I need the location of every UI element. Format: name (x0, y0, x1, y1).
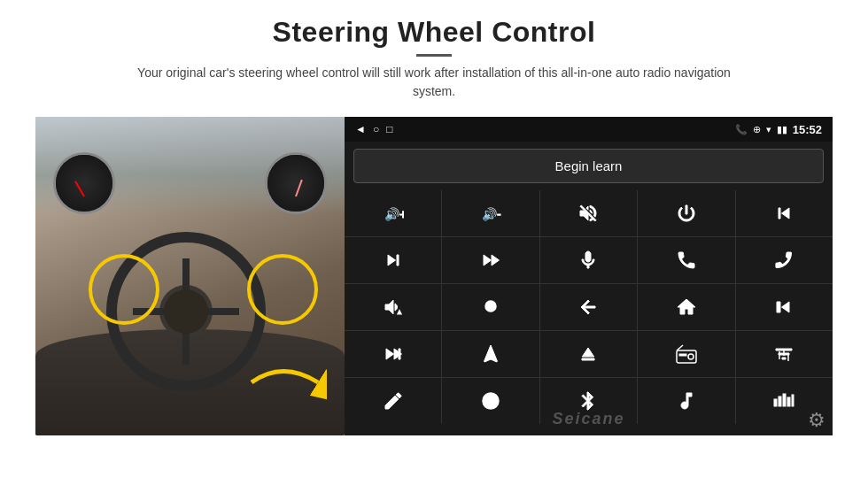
svg-point-7 (688, 354, 694, 359)
home-nav-icon[interactable]: ○ (373, 123, 379, 135)
skip-back-button[interactable] (736, 284, 833, 330)
svg-line-8 (677, 345, 683, 350)
fast-forward-button[interactable] (442, 237, 539, 283)
back-button[interactable] (540, 284, 637, 330)
yellow-circle-right (247, 254, 318, 325)
statusbar-left: ◄ ○ □ (355, 123, 392, 135)
fast-fwd-button[interactable] (345, 331, 441, 377)
steering-ctrl-button[interactable] (442, 378, 539, 424)
vol-down-button[interactable]: 🔊- (442, 190, 539, 236)
yellow-arrow (247, 356, 327, 409)
android-statusbar: ◄ ○ □ 📞 ⊕ ▾ ▮▮ 15:52 (345, 117, 833, 142)
settings-360-button[interactable]: 360° (442, 284, 539, 330)
title-section: Steering Wheel Control Your original car… (124, 16, 744, 112)
recents-nav-icon[interactable]: □ (386, 123, 392, 135)
svg-rect-19 (783, 394, 786, 406)
call-button[interactable] (638, 237, 734, 283)
home-button[interactable] (638, 284, 734, 330)
speaker-button[interactable]: ▲ (345, 284, 441, 330)
settings-gear-icon[interactable]: ⚙ (808, 409, 825, 432)
page-subtitle: Your original car's steering wheel contr… (124, 64, 744, 101)
back-nav-icon[interactable]: ◄ (355, 123, 366, 135)
location-icon: ⊕ (753, 124, 761, 135)
page-title: Steering Wheel Control (124, 16, 744, 49)
begin-learn-button[interactable]: Begin learn (353, 149, 824, 183)
phone-icon: 📞 (735, 124, 748, 135)
mute-button[interactable] (540, 190, 637, 236)
gauge-right (265, 152, 327, 214)
end-call-button[interactable] (736, 237, 833, 283)
nav-button[interactable] (442, 331, 539, 377)
prev-track-button[interactable] (736, 190, 833, 236)
svg-point-14 (488, 398, 493, 404)
svg-rect-17 (774, 399, 777, 406)
svg-text:▲: ▲ (396, 308, 403, 316)
svg-text:🔊+: 🔊+ (384, 207, 404, 222)
power-button[interactable] (638, 190, 734, 236)
svg-rect-21 (792, 395, 794, 406)
svg-text:360°: 360° (487, 304, 496, 310)
android-screen: ◄ ○ □ 📞 ⊕ ▾ ▮▮ 15:52 Begin learn (345, 117, 833, 435)
svg-rect-18 (779, 396, 781, 406)
car-photo (35, 117, 345, 435)
pen-button[interactable] (345, 378, 441, 424)
bluetooth-button[interactable] (540, 378, 637, 424)
music-button[interactable] (638, 378, 734, 424)
eject-button[interactable] (540, 331, 637, 377)
battery-icon: ▮▮ (777, 124, 787, 135)
svg-text:🔊-: 🔊- (482, 207, 501, 222)
statusbar-right: 📞 ⊕ ▾ ▮▮ 15:52 (735, 123, 822, 136)
yellow-circle-left (89, 254, 159, 325)
control-grid: 🔊+ 🔊- (345, 190, 833, 424)
page-wrapper: Steering Wheel Control Your original car… (0, 0, 868, 485)
control-grid-wrapper: 🔊+ 🔊- (345, 190, 833, 435)
gauge-left (53, 152, 115, 214)
title-divider (416, 54, 452, 57)
mic-button[interactable] (540, 237, 637, 283)
svg-rect-9 (679, 354, 686, 356)
time-display: 15:52 (793, 123, 822, 136)
content-row: ◄ ○ □ 📞 ⊕ ▾ ▮▮ 15:52 Begin learn (35, 117, 833, 435)
vol-up-button[interactable]: 🔊+ (345, 190, 441, 236)
wifi-icon: ▾ (766, 124, 771, 135)
equalizer-button[interactable] (736, 331, 833, 377)
radio-button[interactable] (638, 331, 734, 377)
begin-learn-row: Begin learn (345, 142, 833, 190)
next-track-button[interactable] (345, 237, 441, 283)
svg-rect-20 (787, 397, 790, 406)
